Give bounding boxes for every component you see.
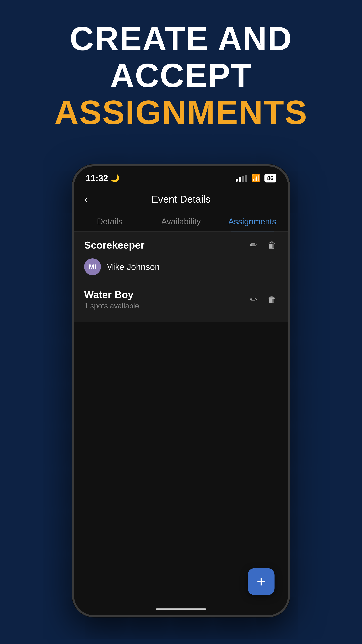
edit-waterboy-button[interactable]: ✏ — [248, 293, 259, 306]
battery-indicator: 86 — [265, 174, 276, 182]
assignment-header-scorekeeper: Scorekeeper ✏ 🗑 — [84, 238, 278, 252]
avatar-mike: MI — [84, 258, 101, 275]
status-time: 11:32 🌙 — [86, 173, 120, 183]
status-bar: 11:32 🌙 📶 86 — [74, 166, 288, 186]
assignment-info-waterboy: Water Boy 1 spots available — [84, 289, 139, 310]
person-name-mike: Mike Johnson — [106, 262, 160, 272]
tab-details[interactable]: Details — [74, 212, 145, 232]
delete-scorekeeper-button[interactable]: 🗑 — [266, 238, 278, 252]
phone-screen: 11:32 🌙 📶 86 — [74, 166, 288, 615]
assignment-actions-waterboy: ✏ 🗑 — [248, 293, 278, 306]
tabs-container: Details Availability Assignments — [74, 212, 288, 232]
back-button[interactable]: ‹ — [84, 192, 91, 206]
headline-line1: CREATE AND ACCEPT — [0, 20, 362, 94]
moon-icon: 🌙 — [110, 174, 120, 182]
assignment-card-scorekeeper: Scorekeeper ✏ 🗑 MI Mike Johnson — [74, 232, 288, 282]
phone-frame: 11:32 🌙 📶 86 — [72, 164, 290, 617]
signal-icon — [236, 174, 247, 182]
person-row-mike: MI Mike Johnson — [84, 257, 278, 275]
assignment-header-waterboy: Water Boy 1 spots available ✏ 🗑 — [84, 289, 278, 310]
tab-availability[interactable]: Availability — [145, 212, 217, 232]
page-header: CREATE AND ACCEPT ASSIGNMENTS — [0, 20, 362, 131]
page-title: Event Details — [151, 193, 211, 205]
phone-mockup: 11:32 🌙 📶 86 — [72, 164, 290, 617]
status-icons: 📶 86 — [236, 174, 276, 182]
delete-waterboy-button[interactable]: 🗑 — [266, 293, 278, 306]
home-indicator — [156, 608, 206, 610]
assignment-title-scorekeeper: Scorekeeper — [84, 239, 144, 251]
assignment-card-waterboy: Water Boy 1 spots available ✏ 🗑 — [74, 282, 288, 322]
tab-assignments[interactable]: Assignments — [217, 212, 288, 232]
app-header: ‹ Event Details — [74, 186, 288, 212]
content-area: Scorekeeper ✏ 🗑 MI Mike Johnson — [74, 232, 288, 615]
add-assignment-fab[interactable]: + — [248, 568, 275, 595]
assignment-actions-scorekeeper: ✏ 🗑 — [248, 238, 278, 252]
wifi-icon: 📶 — [251, 174, 260, 182]
edit-scorekeeper-button[interactable]: ✏ — [248, 238, 259, 252]
headline-line2: ASSIGNMENTS — [0, 94, 362, 131]
